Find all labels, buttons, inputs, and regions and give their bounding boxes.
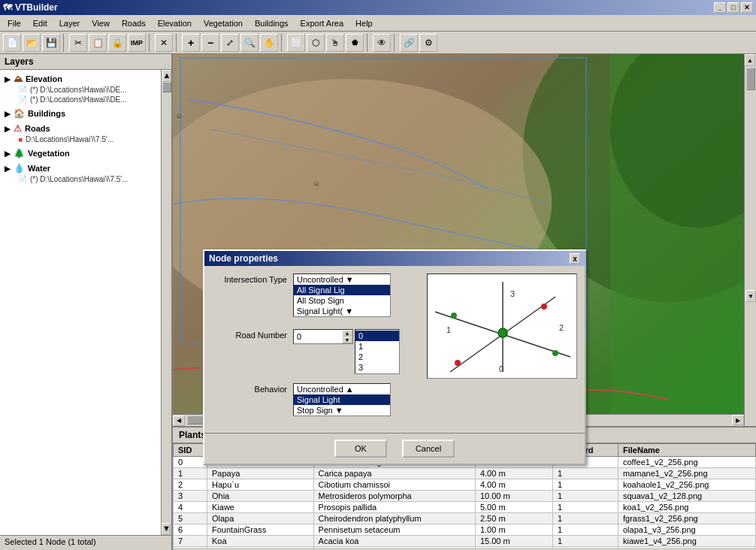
menu-item-layer[interactable]: Layer [53,17,86,29]
table-row[interactable]: 6FountainGrassPennisetum setaceum1.00 m1… [174,524,756,536]
map-scroll-right[interactable]: ▶ [732,415,744,425]
water-icon: 💧 [14,163,25,174]
minimize-button[interactable]: _ [714,2,726,13]
menu-item-file[interactable]: File [2,17,27,29]
poly-tool[interactable]: ⬡ [307,34,325,52]
road-number-input[interactable] [294,331,342,342]
scroll-down-arrow[interactable]: ▼ [162,523,171,535]
map-vscroll-thumb[interactable] [746,68,755,90]
cut-button[interactable]: ✂ [69,34,87,52]
behavior-uncontrolled[interactable]: Uncontrolled ▲ [294,384,390,394]
menu-item-vegetation[interactable]: Vegetation [198,17,249,29]
table-row[interactable]: 4KiaweProsopis pallida5.00 m1koa1_v2_256… [174,502,756,513]
menu-item-export-area[interactable]: Export Area [295,17,349,29]
layer-group-header-water[interactable]: ▶ 💧 Water [3,162,158,174]
scroll-thumb[interactable] [162,82,171,92]
ok-button[interactable]: OK [334,440,387,458]
menu-item-edit[interactable]: Edit [27,17,53,29]
menu-item-help[interactable]: Help [349,17,379,29]
intersection-option-uncontrolled[interactable]: Uncontrolled ▼ [294,274,390,285]
col-sid: SID [174,444,207,457]
behavior-stop-sign[interactable]: Stop Sign ▼ [294,405,390,416]
layer-group-header-vegetation[interactable]: ▶ 🌲 Vegetation [3,147,158,159]
layers-scrollbar[interactable]: ▲ ▼ [161,70,171,538]
import-button[interactable]: IMP [128,34,146,52]
node-dialog-close-button[interactable]: x [570,253,580,264]
zoom-in-button[interactable]: + [182,34,200,52]
road-number-2[interactable]: 2 [355,352,399,362]
map-scroll-down[interactable]: ▼ [745,290,756,302]
link-tool[interactable]: 🔗 [400,34,418,52]
road-number-controls: ▲ ▼ 0 1 2 3 [293,329,400,374]
layer-group-header-roads[interactable]: ▶ ⚠ Roads [3,122,158,134]
map-area[interactable]: ⊔ ⊔ Node properties x Intersection Type [173,54,756,550]
status-text: Selected 1 Node (1 total) [5,537,96,546]
road-number-list[interactable]: 0 1 2 3 [355,329,400,374]
delete-button[interactable]: ✕ [155,34,173,52]
table-row[interactable]: 2Hapu`uCibotium chamissoi4.00 m1koahaole… [174,479,756,491]
road-number-1[interactable]: 1 [355,341,399,352]
menu-item-view[interactable]: View [86,17,116,29]
open-button[interactable]: 📂 [23,34,41,52]
close-button[interactable]: ✕ [741,2,753,13]
app-title: VTBuilder [15,2,58,13]
scroll-up-arrow[interactable]: ▲ [162,70,171,82]
lock-button[interactable]: 🔒 [108,34,126,52]
building-icon: 🏠 [14,108,25,119]
behavior-dropdown[interactable]: Uncontrolled ▲ Signal Light Stop Sign ▼ [293,383,391,416]
elevation-file-1[interactable]: 📄 (*) D:\Locations\Hawai'i\DE... [3,85,158,95]
table-row[interactable]: 5OlapaCheirodendron platyphyllum2.50 m1f… [174,513,756,524]
vegetation-label: Vegetation [28,149,70,158]
road-number-up[interactable]: ▲ [342,330,352,337]
layer-group-header-buildings[interactable]: ▶ 🏠 Buildings [3,107,158,119]
table-row[interactable]: 7KoaAcacia koa15.00 m1kiawe1_v4_256.png [174,536,756,547]
road-number-spinner[interactable]: ▲ ▼ [293,329,353,344]
elevation-icon: ⛰ [14,74,23,84]
save-button[interactable]: 💾 [42,34,60,52]
map-vertical-scrollbar[interactable]: ▲ ▼ [744,54,756,426]
intersection-option-stop[interactable]: All Stop Sign [294,295,390,306]
road-number-label: Road Number [212,329,287,340]
layers-list: ▶ ⛰ Elevation 📄 (*) D:\Locations\Hawai'i… [0,70,161,538]
behavior-signal-light[interactable]: Signal Light [294,394,390,405]
paste-button[interactable]: 📋 [89,34,107,52]
buildings-expand-icon: ▶ [5,110,11,118]
table-row[interactable]: 1PapayaCarica papaya4.00 m1mamane1_v2_25… [174,468,756,479]
left-panel: Layers ▶ ⛰ Elevation 📄 (*) D:\Locations\… [0,54,173,550]
eye-tool[interactable]: 👁 [373,34,391,52]
fit-button[interactable]: ⤢ [221,34,239,52]
cancel-button[interactable]: Cancel [402,440,455,458]
maximize-button[interactable]: □ [727,2,739,13]
road-number-0[interactable]: 0 [355,331,399,341]
app-icon: 🗺 [3,2,12,13]
zoom-tool[interactable]: 🔍 [240,34,259,52]
zoom-out-button[interactable]: − [201,34,219,52]
pan-tool[interactable]: ✋ [260,34,278,52]
roads-file-1[interactable]: ■ D:\Locations\Hawai'i\7.5'... [3,134,158,144]
svg-point-11 [498,328,507,337]
menu-item-roads[interactable]: Roads [116,17,152,29]
layer-group-header-elevation[interactable]: ▶ ⛰ Elevation [3,73,158,85]
intersection-option-signal[interactable]: All Signal Lig [294,285,390,295]
water-file-1[interactable]: 📄 (*) D:\Locations\Hawai'i\7.5'... [3,174,158,184]
node-dialog-title: Node properties [209,253,278,264]
cursor-tool[interactable]: 🖱 [326,34,344,52]
road-number-3[interactable]: 3 [355,362,399,373]
intersection-type-dropdown[interactable]: Uncontrolled ▼ All Signal Lig All Stop S… [293,273,391,317]
intersection-option-signal-light[interactable]: Signal Light( ▼ [294,306,390,316]
settings-tool[interactable]: ⚙ [419,34,437,52]
elevation-file-2[interactable]: 📄 (*) D:\Locations\Hawai'i\DE... [3,95,158,104]
table-row[interactable]: 8StrawberryGuavaPsidium cattleianum4.50 … [174,547,756,548]
road-number-down[interactable]: ▼ [342,337,352,343]
table-row[interactable]: 3OhiaMetrosideros polymorpha10.00 m1squa… [174,491,756,502]
select-tool[interactable]: ⬜ [287,34,305,52]
menu-item-buildings[interactable]: Buildings [249,17,295,29]
map-scroll-left[interactable]: ◀ [173,416,185,426]
new-button[interactable]: 📄 [3,34,21,52]
map-scroll-up[interactable]: ▲ [745,54,755,66]
layer-group-water: ▶ 💧 Water 📄 (*) D:\Locations\Hawai'i\7.5… [0,161,161,186]
node-tool[interactable]: ⬟ [346,34,364,52]
elevation-label: Elevation [26,74,62,83]
file-icon-1: 📄 [18,86,27,94]
menu-item-elevation[interactable]: Elevation [152,17,198,29]
